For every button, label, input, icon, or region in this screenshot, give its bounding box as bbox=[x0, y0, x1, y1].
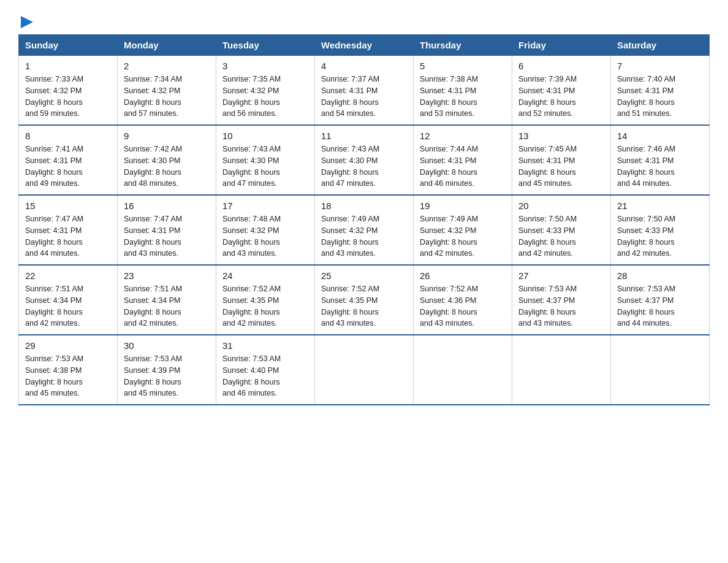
day-number: 19 bbox=[420, 201, 506, 211]
calendar-cell: 26Sunrise: 7:52 AMSunset: 4:36 PMDayligh… bbox=[414, 265, 512, 335]
calendar-cell: 9Sunrise: 7:42 AMSunset: 4:30 PMDaylight… bbox=[118, 125, 216, 195]
calendar-cell: 30Sunrise: 7:53 AMSunset: 4:39 PMDayligh… bbox=[118, 335, 216, 405]
day-info: Sunrise: 7:42 AMSunset: 4:30 PMDaylight:… bbox=[124, 144, 210, 190]
day-number: 30 bbox=[124, 340, 210, 351]
day-info: Sunrise: 7:53 AMSunset: 4:40 PMDaylight:… bbox=[222, 353, 308, 399]
calendar-header: SundayMondayTuesdayWednesdayThursdayFrid… bbox=[19, 35, 710, 56]
day-number: 21 bbox=[617, 201, 703, 211]
calendar-cell: 14Sunrise: 7:46 AMSunset: 4:31 PMDayligh… bbox=[611, 125, 710, 195]
calendar-cell: 15Sunrise: 7:47 AMSunset: 4:31 PMDayligh… bbox=[19, 195, 118, 265]
day-info: Sunrise: 7:47 AMSunset: 4:31 PMDaylight:… bbox=[25, 213, 111, 259]
day-info: Sunrise: 7:44 AMSunset: 4:31 PMDaylight:… bbox=[420, 144, 506, 190]
calendar-cell: 3Sunrise: 7:35 AMSunset: 4:32 PMDaylight… bbox=[216, 56, 315, 126]
day-number: 14 bbox=[617, 131, 703, 141]
day-info: Sunrise: 7:48 AMSunset: 4:32 PMDaylight:… bbox=[222, 213, 308, 259]
calendar-cell: 23Sunrise: 7:51 AMSunset: 4:34 PMDayligh… bbox=[118, 265, 216, 335]
day-info: Sunrise: 7:50 AMSunset: 4:33 PMDaylight:… bbox=[617, 213, 703, 259]
day-number: 27 bbox=[518, 270, 604, 281]
calendar-cell: 21Sunrise: 7:50 AMSunset: 4:33 PMDayligh… bbox=[611, 195, 710, 265]
calendar-cell: 17Sunrise: 7:48 AMSunset: 4:32 PMDayligh… bbox=[216, 195, 315, 265]
logo-inner bbox=[18, 12, 33, 28]
day-number: 8 bbox=[25, 131, 111, 141]
page-header bbox=[18, 12, 710, 28]
weekday-header-saturday: Saturday bbox=[611, 35, 710, 56]
day-info: Sunrise: 7:52 AMSunset: 4:35 PMDaylight:… bbox=[222, 283, 308, 329]
svg-marker-0 bbox=[21, 16, 33, 28]
day-info: Sunrise: 7:52 AMSunset: 4:36 PMDaylight:… bbox=[420, 283, 506, 329]
day-info: Sunrise: 7:53 AMSunset: 4:38 PMDaylight:… bbox=[25, 353, 111, 399]
day-info: Sunrise: 7:40 AMSunset: 4:31 PMDaylight:… bbox=[617, 74, 703, 120]
day-info: Sunrise: 7:51 AMSunset: 4:34 PMDaylight:… bbox=[124, 283, 210, 329]
day-info: Sunrise: 7:47 AMSunset: 4:31 PMDaylight:… bbox=[124, 213, 210, 259]
day-info: Sunrise: 7:53 AMSunset: 4:37 PMDaylight:… bbox=[617, 283, 703, 329]
calendar-cell: 12Sunrise: 7:44 AMSunset: 4:31 PMDayligh… bbox=[414, 125, 512, 195]
day-number: 2 bbox=[124, 61, 210, 71]
logo bbox=[18, 12, 33, 28]
calendar-cell: 6Sunrise: 7:39 AMSunset: 4:31 PMDaylight… bbox=[512, 56, 611, 126]
day-number: 24 bbox=[222, 270, 308, 281]
day-info: Sunrise: 7:52 AMSunset: 4:35 PMDaylight:… bbox=[321, 283, 407, 329]
weekday-header-wednesday: Wednesday bbox=[315, 35, 414, 56]
calendar-cell: 8Sunrise: 7:41 AMSunset: 4:31 PMDaylight… bbox=[19, 125, 118, 195]
day-number: 5 bbox=[420, 61, 506, 71]
calendar-cell: 28Sunrise: 7:53 AMSunset: 4:37 PMDayligh… bbox=[611, 265, 710, 335]
calendar-cell: 11Sunrise: 7:43 AMSunset: 4:30 PMDayligh… bbox=[315, 125, 414, 195]
day-number: 22 bbox=[25, 270, 111, 281]
day-number: 1 bbox=[25, 61, 111, 71]
calendar-cell: 18Sunrise: 7:49 AMSunset: 4:32 PMDayligh… bbox=[315, 195, 414, 265]
day-number: 28 bbox=[617, 270, 703, 281]
day-number: 3 bbox=[222, 61, 308, 71]
day-info: Sunrise: 7:41 AMSunset: 4:31 PMDaylight:… bbox=[25, 144, 111, 190]
calendar-cell: 13Sunrise: 7:45 AMSunset: 4:31 PMDayligh… bbox=[512, 125, 611, 195]
day-number: 18 bbox=[321, 201, 407, 211]
calendar-cell: 2Sunrise: 7:34 AMSunset: 4:32 PMDaylight… bbox=[118, 56, 216, 126]
calendar-cell: 1Sunrise: 7:33 AMSunset: 4:32 PMDaylight… bbox=[19, 56, 118, 126]
calendar-week-row: 15Sunrise: 7:47 AMSunset: 4:31 PMDayligh… bbox=[19, 195, 710, 265]
calendar-cell: 5Sunrise: 7:38 AMSunset: 4:31 PMDaylight… bbox=[414, 56, 512, 126]
calendar-week-row: 8Sunrise: 7:41 AMSunset: 4:31 PMDaylight… bbox=[19, 125, 710, 195]
weekday-header-sunday: Sunday bbox=[19, 35, 118, 56]
day-info: Sunrise: 7:46 AMSunset: 4:31 PMDaylight:… bbox=[617, 144, 703, 190]
day-info: Sunrise: 7:34 AMSunset: 4:32 PMDaylight:… bbox=[124, 74, 210, 120]
calendar-cell: 7Sunrise: 7:40 AMSunset: 4:31 PMDaylight… bbox=[611, 56, 710, 126]
calendar-cell: 22Sunrise: 7:51 AMSunset: 4:34 PMDayligh… bbox=[19, 265, 118, 335]
day-number: 12 bbox=[420, 131, 506, 141]
day-number: 29 bbox=[25, 340, 111, 351]
calendar-cell: 10Sunrise: 7:43 AMSunset: 4:30 PMDayligh… bbox=[216, 125, 315, 195]
day-number: 20 bbox=[518, 201, 604, 211]
calendar-week-row: 29Sunrise: 7:53 AMSunset: 4:38 PMDayligh… bbox=[19, 335, 710, 405]
day-info: Sunrise: 7:53 AMSunset: 4:37 PMDaylight:… bbox=[518, 283, 604, 329]
calendar-cell: 24Sunrise: 7:52 AMSunset: 4:35 PMDayligh… bbox=[216, 265, 315, 335]
day-info: Sunrise: 7:43 AMSunset: 4:30 PMDaylight:… bbox=[321, 144, 407, 190]
calendar-cell: 25Sunrise: 7:52 AMSunset: 4:35 PMDayligh… bbox=[315, 265, 414, 335]
day-info: Sunrise: 7:49 AMSunset: 4:32 PMDaylight:… bbox=[420, 213, 506, 259]
calendar-cell: 31Sunrise: 7:53 AMSunset: 4:40 PMDayligh… bbox=[216, 335, 315, 405]
day-number: 10 bbox=[222, 131, 308, 141]
day-number: 9 bbox=[124, 131, 210, 141]
weekday-header-monday: Monday bbox=[118, 35, 216, 56]
calendar-cell: 16Sunrise: 7:47 AMSunset: 4:31 PMDayligh… bbox=[118, 195, 216, 265]
logo-arrow-svg bbox=[21, 16, 33, 28]
calendar-cell: 19Sunrise: 7:49 AMSunset: 4:32 PMDayligh… bbox=[414, 195, 512, 265]
calendar-week-row: 22Sunrise: 7:51 AMSunset: 4:34 PMDayligh… bbox=[19, 265, 710, 335]
day-info: Sunrise: 7:50 AMSunset: 4:33 PMDaylight:… bbox=[518, 213, 604, 259]
day-number: 26 bbox=[420, 270, 506, 281]
weekday-header-thursday: Thursday bbox=[414, 35, 512, 56]
day-number: 6 bbox=[518, 61, 604, 71]
calendar-cell: 4Sunrise: 7:37 AMSunset: 4:31 PMDaylight… bbox=[315, 56, 414, 126]
day-info: Sunrise: 7:45 AMSunset: 4:31 PMDaylight:… bbox=[518, 144, 604, 190]
day-number: 23 bbox=[124, 270, 210, 281]
day-number: 25 bbox=[321, 270, 407, 281]
day-info: Sunrise: 7:53 AMSunset: 4:39 PMDaylight:… bbox=[124, 353, 210, 399]
day-info: Sunrise: 7:35 AMSunset: 4:32 PMDaylight:… bbox=[222, 74, 308, 120]
calendar-week-row: 1Sunrise: 7:33 AMSunset: 4:32 PMDaylight… bbox=[19, 56, 710, 126]
calendar-cell bbox=[414, 335, 512, 405]
day-number: 17 bbox=[222, 201, 308, 211]
day-info: Sunrise: 7:49 AMSunset: 4:32 PMDaylight:… bbox=[321, 213, 407, 259]
day-number: 7 bbox=[617, 61, 703, 71]
calendar-cell bbox=[315, 335, 414, 405]
day-info: Sunrise: 7:43 AMSunset: 4:30 PMDaylight:… bbox=[222, 144, 308, 190]
day-info: Sunrise: 7:33 AMSunset: 4:32 PMDaylight:… bbox=[25, 74, 111, 120]
calendar-cell bbox=[611, 335, 710, 405]
logo-triangle-icon bbox=[21, 12, 33, 28]
